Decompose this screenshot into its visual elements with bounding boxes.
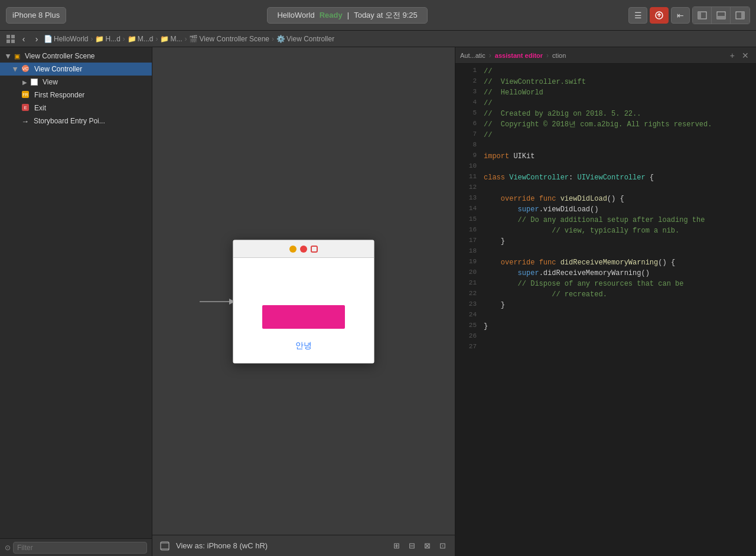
line-number: 10 xyxy=(460,162,477,169)
tree-item-exit[interactable]: E Exit xyxy=(0,102,152,115)
line-number: 20 xyxy=(460,268,477,276)
line-content: class ViewController: UIViewController { xyxy=(484,172,654,183)
editor-close-button[interactable]: ✕ xyxy=(739,51,751,60)
breadcrumb-sep-1: › xyxy=(90,35,93,43)
line-number: 15 xyxy=(460,215,477,223)
breadcrumb-helloworld[interactable]: 📄 HelloWorld xyxy=(44,35,88,43)
tree-item-view[interactable]: ▶ View xyxy=(0,76,152,89)
tree-item-responder[interactable]: FR First Responder xyxy=(0,89,152,102)
tree-item-entry[interactable]: → Storyboard Entry Poi... xyxy=(0,115,152,127)
line-number: 8 xyxy=(460,140,477,148)
svg-rect-11 xyxy=(11,40,15,43)
svg-rect-9 xyxy=(11,35,15,38)
breadcrumb-helloworld-label: HelloWorld xyxy=(54,35,88,43)
left-panel-button[interactable] xyxy=(693,7,712,24)
bottom-panel-button[interactable] xyxy=(712,7,731,24)
line-number: 11 xyxy=(460,172,477,180)
device-selector[interactable]: iPhone 8 Plus xyxy=(6,7,66,24)
status-separator: | xyxy=(347,11,349,19)
line-content: super.viewDidLoad() xyxy=(484,204,598,215)
tree-item-vcs[interactable]: ▶ ▣ View Controller Scene xyxy=(0,50,152,63)
vc-icon-sidebar: VC xyxy=(21,64,30,74)
code-line: 1// xyxy=(455,66,756,77)
editor-add-button[interactable]: + xyxy=(728,51,737,60)
line-number: 26 xyxy=(460,332,477,339)
line-content: // xyxy=(484,98,492,109)
right-panel-button[interactable] xyxy=(731,7,750,24)
line-number: 24 xyxy=(460,310,477,318)
breadcrumb-hd[interactable]: 📁 H...d xyxy=(95,35,120,43)
zoom-fit-button[interactable]: ⊞ xyxy=(390,539,403,552)
grid-view-button[interactable] xyxy=(5,33,17,45)
left-panel-icon xyxy=(698,11,707,19)
vc-icon: ⚙️ xyxy=(276,35,285,43)
grid-icon xyxy=(6,35,15,43)
back-button[interactable]: ‹ xyxy=(18,33,30,45)
breadcrumb-vcs[interactable]: 🎬 View Controller Scene xyxy=(189,35,269,43)
svg-text:FR: FR xyxy=(22,93,28,97)
list-view-button[interactable]: ☰ xyxy=(628,7,647,24)
code-line: 5// Created by a2big on 2018. 5. 22.. xyxy=(455,109,756,119)
code-line: 8 xyxy=(455,140,756,151)
code-line: 3// HelloWorld xyxy=(455,87,756,98)
code-line: 6// Copyright © 2018년 com.a2big. All rig… xyxy=(455,119,756,130)
tree-arrow-view: ▶ xyxy=(21,79,28,86)
editor-breadcrumb-auto[interactable]: Aut...atic xyxy=(460,52,485,59)
code-line: 24 xyxy=(455,310,756,321)
code-line: 27 xyxy=(455,342,756,353)
tree-label-vcs: View Controller Scene xyxy=(25,52,95,60)
pink-button-preview xyxy=(262,305,345,329)
main-area: ▶ ▣ View Controller Scene ▶ VC View Cont… xyxy=(0,47,756,556)
layout-button-1[interactable]: ⊟ xyxy=(405,539,418,552)
assistant-editor-button[interactable] xyxy=(650,7,669,24)
forward-button[interactable]: › xyxy=(31,33,43,45)
responder-icon-svg: FR xyxy=(21,90,30,99)
editor-breadcrumb-assistant[interactable]: assistant editor xyxy=(495,52,543,59)
line-content: } xyxy=(484,321,488,332)
code-line: 2// ViewController.swift xyxy=(455,77,756,87)
line-number: 5 xyxy=(460,109,477,116)
breadcrumb-m[interactable]: 📁 M... xyxy=(160,35,182,43)
tree-arrow-vc: ▶ xyxy=(12,66,19,73)
code-line: 16 // view, typically from a nib. xyxy=(455,225,756,236)
exit-icon-svg: E xyxy=(21,103,30,112)
entry-icon: → xyxy=(21,117,29,126)
panel-toggle-group xyxy=(692,6,750,24)
tree-label-exit: Exit xyxy=(34,104,46,112)
line-content: override func viewDidLoad() { xyxy=(484,194,624,204)
editor-header-right: + ✕ xyxy=(728,51,751,60)
layout-button-2[interactable]: ⊠ xyxy=(421,539,434,552)
canvas-footer: View as: iPhone 8 (wC hR) ⊞ ⊟ ⊠ ⊡ xyxy=(152,535,455,556)
phone-frame-button[interactable] xyxy=(158,539,171,552)
editor-auto-label: Aut...atic xyxy=(460,52,485,59)
line-number: 17 xyxy=(460,236,477,244)
hello-label: 안녕 xyxy=(295,341,312,351)
sidebar-tree: ▶ ▣ View Controller Scene ▶ VC View Cont… xyxy=(0,47,152,538)
filter-input[interactable] xyxy=(13,542,147,554)
line-content: // xyxy=(484,66,492,77)
line-number: 25 xyxy=(460,321,477,329)
code-line: 18 xyxy=(455,247,756,257)
status-ready: Ready xyxy=(320,11,343,19)
breadcrumb-sep-5: › xyxy=(272,35,274,43)
svg-text:E: E xyxy=(24,106,27,110)
breadcrumb-md[interactable]: 📁 M...d xyxy=(128,35,154,43)
editor-breadcrumb-ction[interactable]: ction xyxy=(552,52,566,59)
line-content: // HelloWorld xyxy=(484,87,543,98)
line-content: // Copyright © 2018년 com.a2big. All righ… xyxy=(484,119,712,130)
view-icon-sidebar xyxy=(31,79,38,86)
device-label: iPhone 8 Plus xyxy=(12,11,60,19)
line-number: 18 xyxy=(460,247,477,254)
tree-item-vc[interactable]: ▶ VC View Controller xyxy=(0,63,152,76)
editor-header: Aut...atic › assistant editor › ction + … xyxy=(455,47,756,64)
breadcrumb-vc[interactable]: ⚙️ View Controller xyxy=(276,35,334,43)
layout-button-3[interactable]: ⊡ xyxy=(436,539,449,552)
breadcrumb-sep-2: › xyxy=(123,35,125,43)
right-panel-icon xyxy=(735,11,745,19)
breadcrumb-vcs-label: View Controller Scene xyxy=(199,35,269,43)
version-editor-button[interactable]: ⇤ xyxy=(671,7,690,24)
code-line: 12 xyxy=(455,183,756,194)
dot-orange xyxy=(289,246,296,253)
iphone-screen: 안녕 xyxy=(233,258,374,363)
iphone-mockup: 안녕 xyxy=(233,240,374,364)
